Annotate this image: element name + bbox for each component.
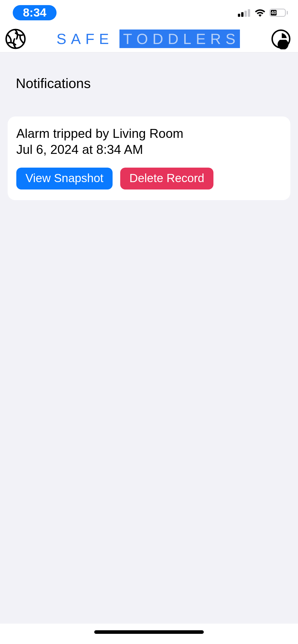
notification-actions: View Snapshot Delete Record (16, 168, 282, 189)
title-word-toddlers: TODDLERS (119, 30, 240, 48)
status-time[interactable]: 8:34 (13, 5, 57, 20)
aperture-icon (5, 28, 26, 49)
cellular-signal-icon (238, 9, 251, 17)
battery-percent: 40 (271, 10, 276, 15)
pie-document-icon (270, 28, 291, 49)
nav-header: SAFE TODDLERS (0, 25, 298, 52)
delete-record-button[interactable]: Delete Record (120, 168, 213, 189)
title-word-safe: SAFE (57, 30, 114, 47)
battery-icon: 40 (269, 9, 288, 17)
app-title: SAFE TODDLERS (57, 30, 240, 48)
page-title: Notifications (16, 75, 283, 91)
notification-timestamp: Jul 6, 2024 at 8:34 AM (16, 142, 282, 158)
status-right: 40 (238, 8, 288, 17)
view-snapshot-button[interactable]: View Snapshot (16, 168, 113, 189)
bottom-bar (0, 624, 298, 644)
notification-card: Alarm tripped by Living Room Jul 6, 2024… (8, 116, 290, 200)
content-area: Notifications Alarm tripped by Living Ro… (0, 52, 298, 624)
status-bar: 8:34 40 (0, 0, 298, 25)
camera-aperture-button[interactable] (4, 27, 27, 50)
reports-button[interactable] (269, 27, 292, 50)
wifi-icon (254, 8, 266, 17)
notification-title: Alarm tripped by Living Room (16, 126, 282, 142)
svg-rect-3 (280, 38, 287, 40)
home-indicator[interactable] (94, 630, 204, 634)
